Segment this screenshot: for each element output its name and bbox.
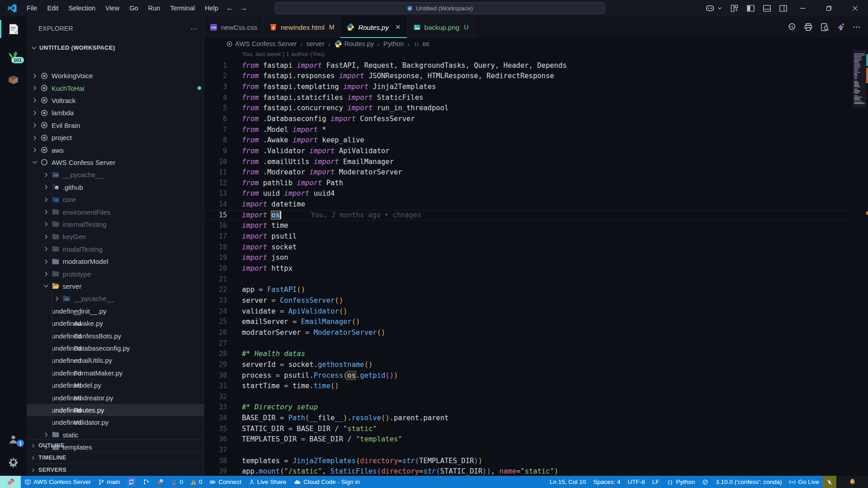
tree-item-evil-brain[interactable]: Evil Brain (27, 119, 204, 131)
tree-item--github[interactable]: .github (27, 181, 204, 193)
status-connect[interactable]: Connect (206, 476, 245, 488)
history-icon[interactable] (788, 23, 797, 32)
status-remote-indicator[interactable] (0, 476, 21, 488)
tree-item-aws[interactable]: aws (27, 144, 204, 156)
toggle-secondary-sidebar-icon[interactable] (779, 4, 788, 13)
activity-explorer[interactable] (0, 16, 27, 42)
status-0[interactable]: 0 (187, 476, 206, 488)
line-number: 21 (204, 274, 227, 285)
breadcrumb-python[interactable]: Python (383, 40, 404, 47)
workspace-header[interactable]: UNTITLED (WORKSPACE) (27, 42, 204, 54)
explorer-more-icon[interactable]: ⋯ (190, 24, 198, 33)
status-go-live[interactable]: Go Live (785, 476, 823, 488)
tree-item-workingvoice[interactable]: WorkingVoice (27, 70, 204, 82)
status-rocket-icon[interactable] (153, 476, 167, 488)
breadcrumb-routes-py[interactable]: Routes.py (334, 40, 374, 48)
nav-back-icon[interactable]: ← (223, 4, 237, 13)
status-utf-8[interactable]: UTF-8 (624, 476, 648, 488)
status-zap-off-icon[interactable] (823, 476, 836, 488)
status-aws-confess-server[interactable]: AWS Confess Server (21, 476, 94, 488)
copilot-icon[interactable] (705, 4, 715, 13)
menu-edit[interactable]: Edit (42, 0, 63, 16)
command-center-search[interactable]: Untitled (Workspace) (275, 2, 605, 14)
tab-newcss-css[interactable]: CSSnewCss.css (204, 16, 264, 38)
section-timeline[interactable]: TIMELINE (27, 451, 204, 464)
status-spaces-4[interactable]: Spaces: 4 (590, 476, 624, 488)
menu-help[interactable]: Help (200, 0, 223, 16)
status-bell-icon[interactable] (836, 476, 868, 488)
section-outline[interactable]: OUTLINE (27, 439, 204, 451)
tree-item-model-py[interactable]: undefinedModel.py (27, 379, 204, 391)
breadcrumb-os[interactable]: {}os (413, 40, 429, 47)
code-editor[interactable]: You, last week | 1 author (You)1from fas… (204, 50, 868, 476)
open-preview-icon[interactable] (820, 23, 829, 32)
section-servers[interactable]: SERVERS (27, 464, 204, 476)
tree-item-awake-py[interactable]: undefinedAwake.py (27, 317, 204, 329)
status-sync-badge-icon[interactable] (123, 476, 139, 488)
more-actions-icon[interactable] (853, 23, 861, 31)
tree-item-prototype[interactable]: prototype (27, 267, 204, 280)
tree-item-confessbots-py[interactable]: undefinedConfessBots.py (27, 329, 204, 342)
tree-item-internaltesting[interactable]: internalTesting (27, 218, 204, 230)
activity-settings[interactable] (0, 450, 27, 473)
minimize-button[interactable] (789, 0, 816, 16)
nav-forward-icon[interactable]: → (237, 4, 250, 13)
menu-go[interactable]: Go (124, 0, 143, 16)
menu-terminal[interactable]: Terminal (165, 0, 200, 16)
print-icon[interactable] (804, 23, 813, 32)
breadcrumb-aws-confess-server[interactable]: AWS Confess Server (226, 40, 297, 47)
tree-item-emailutils-py[interactable]: undefinedemailUtils.py (27, 354, 204, 366)
tree-item-lambda[interactable]: lambda (27, 107, 204, 119)
tree-item-formatmaker-py[interactable]: undefinedFormatMaker.py (27, 367, 204, 379)
status-git-graph-icon[interactable] (139, 476, 153, 488)
status-lf[interactable]: LF (648, 476, 663, 488)
customize-layout-icon[interactable] (730, 4, 739, 13)
tree-item-validator-py[interactable]: undefinedValidator.py (27, 416, 204, 428)
tree-item-routes-py[interactable]: undefinedRoutes.py (27, 404, 204, 416)
tree-item--pycache-[interactable]: __pycache__ (27, 169, 204, 181)
tree-item-modaltesting[interactable]: modalTesting (27, 243, 204, 255)
restore-button[interactable] (816, 0, 842, 16)
minimap-line (854, 97, 862, 98)
tree-item-enviromentfiles[interactable]: enviromentFiles (27, 206, 204, 218)
tree-item-voltrack[interactable]: Voltrack (27, 94, 204, 107)
close-button[interactable] (842, 0, 868, 16)
tree-item-core[interactable]: core (27, 193, 204, 206)
minimap[interactable] (853, 50, 868, 476)
menu-file[interactable]: File (22, 0, 42, 16)
tree-item-modreator-py[interactable]: undefinedModreator.py (27, 391, 204, 404)
tree-item-server[interactable]: server (27, 280, 204, 292)
branch-icon (98, 479, 104, 485)
tree-item-aws-confess-server[interactable]: AWS Confess Server (27, 156, 204, 169)
status-python[interactable]: {}Python (663, 476, 698, 488)
toggle-panel-icon[interactable] (763, 4, 771, 13)
menu-run[interactable]: Run (143, 0, 165, 16)
close-icon[interactable]: ✕ (395, 23, 401, 31)
tree-item-project[interactable]: project (27, 131, 204, 144)
status-main[interactable]: main (94, 476, 123, 488)
tab-backup-png[interactable]: backup.pngU (407, 16, 475, 38)
status-3-10-0-confess-conda-[interactable]: 3.10.0 ('confess': conda) (712, 476, 785, 488)
status-0[interactable]: 0 (167, 476, 187, 488)
status-ln-15-col-10[interactable]: Ln 15, Col 10 (546, 476, 590, 488)
status-circle-slash-icon[interactable] (698, 476, 712, 488)
runner-icon[interactable] (836, 23, 845, 32)
menu-view[interactable]: View (100, 0, 124, 16)
tree-item-modratormodel[interactable]: modratorModel (27, 255, 204, 267)
tree-item-databaseconfig-py[interactable]: undefinedDatabaseconfig.py (27, 342, 204, 354)
activity-extensions[interactable] (0, 67, 27, 92)
tab-newindex-html[interactable]: 5newIndex.htmlM (264, 16, 340, 38)
status-live-share[interactable]: Live Share (245, 476, 290, 488)
breadcrumb-server[interactable]: server (306, 40, 324, 47)
chevron-down-icon[interactable] (717, 5, 722, 11)
toggle-sidebar-icon[interactable] (746, 4, 755, 13)
tree-item--init-py[interactable]: undefined__init__.py (27, 305, 204, 317)
tree-item--pycache-[interactable]: __pycache__ (27, 292, 204, 305)
tree-item-keygen[interactable]: keyGen (27, 230, 204, 243)
activity-source-control[interactable]: 101 (0, 42, 27, 67)
status-cloud-code-sign-in[interactable]: Cloud Code - Sign in (290, 476, 363, 488)
activity-accounts[interactable]: 1 (0, 428, 27, 450)
tree-item-kuchtohai[interactable]: KuchToHai (27, 82, 204, 94)
tab-routes-py[interactable]: Routes.py✕ (340, 16, 407, 38)
menu-selection[interactable]: Selection (63, 0, 100, 16)
